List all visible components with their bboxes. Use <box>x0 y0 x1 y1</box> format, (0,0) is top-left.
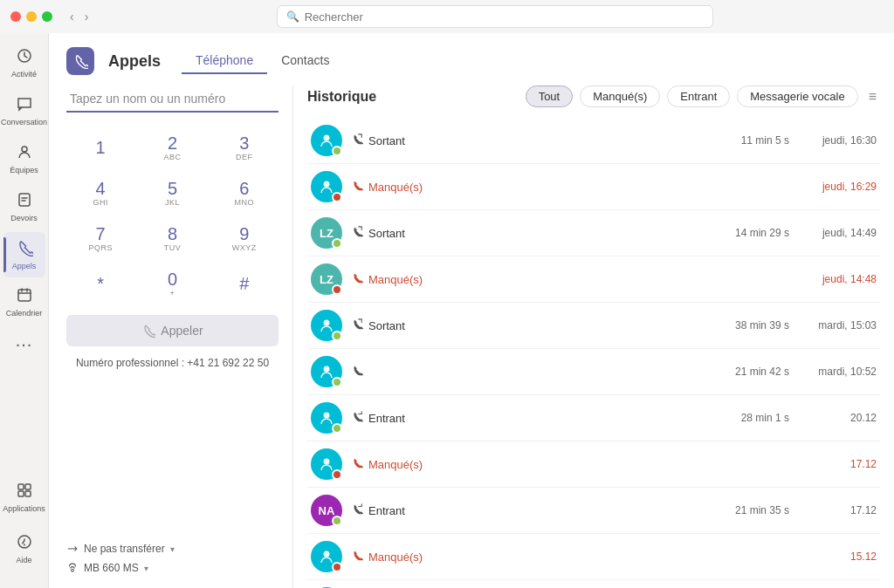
key-digit: 2 <box>168 133 177 153</box>
sidebar-applications-label: Applications <box>3 505 45 514</box>
svg-point-15 <box>324 459 330 465</box>
call-item[interactable]: LZManqué(s)jeudi, 14:48 <box>307 256 880 303</box>
status-indicator <box>332 192 342 202</box>
tab-contacts[interactable]: Contacts <box>267 48 343 74</box>
minimize-button[interactable] <box>26 11 37 22</box>
dialer-panel: 12ABC3DEF4GHI5JKL6MNO7PQRS8TUV9WXYZ*0+# … <box>49 85 293 588</box>
key-digit: 3 <box>239 133 249 153</box>
search-input[interactable] <box>305 10 704 24</box>
key-5[interactable]: 5JKL <box>138 172 206 214</box>
maximize-button[interactable] <box>42 11 52 22</box>
call-item[interactable]: Entrant28 min 1 s20.12 <box>307 395 880 441</box>
key-star[interactable]: * <box>66 263 134 304</box>
call-info <box>351 365 719 379</box>
call-time: mardi, 10:52 <box>798 366 877 378</box>
key-1[interactable]: 1 <box>66 126 134 168</box>
filter-tout[interactable]: Tout <box>526 85 574 107</box>
status-indicator <box>332 238 342 249</box>
key-hash[interactable]: # <box>210 263 279 304</box>
key-letters: WXYZ <box>232 243 257 252</box>
call-info: Manqué(s) <box>351 180 719 195</box>
key-7[interactable]: 7PQRS <box>66 217 134 259</box>
filter-messagerie[interactable]: Messagerie vocale <box>737 85 857 107</box>
call-item[interactable]: Manqué(s)15.12 <box>307 580 880 588</box>
filter-more-button[interactable]: ≡ <box>865 89 880 105</box>
call-label: Manqué(s) <box>368 458 423 471</box>
call-type-icon <box>351 457 363 472</box>
key-2[interactable]: 2ABC <box>138 126 206 168</box>
key-4[interactable]: 4GHI <box>66 172 134 214</box>
key-6[interactable]: 6MNO <box>210 172 279 214</box>
key-9[interactable]: 9WXYZ <box>210 217 279 259</box>
key-letters: GHI <box>93 198 108 207</box>
call-item[interactable]: NAEntrant21 min 35 s17.12 <box>307 488 880 534</box>
key-3[interactable]: 3DEF <box>210 126 279 168</box>
avatar <box>311 171 342 202</box>
history-header: Historique Tout Manqué(s) Entrant Messag… <box>307 85 880 107</box>
device-label: MB 660 MS <box>84 562 139 574</box>
call-label: Sortant <box>368 227 405 240</box>
sidebar-item-devoirs[interactable]: Devoirs <box>3 184 45 230</box>
call-item[interactable]: Manqué(s)15.12 <box>307 534 880 580</box>
key-digit: 4 <box>96 179 106 198</box>
call-item[interactable]: Sortant38 min 39 smardi, 15:03 <box>307 303 880 349</box>
sidebar-item-conversation[interactable]: Conversation <box>3 88 45 134</box>
call-info: Sortant <box>351 133 719 148</box>
key-digit: # <box>239 274 249 293</box>
call-time: 17.12 <box>798 458 877 470</box>
calls-icon <box>16 239 33 261</box>
key-letters: MNO <box>235 198 255 207</box>
transfer-arrow-icon: ▾ <box>170 544 175 554</box>
content-area: Appels Téléphone Contacts 12ABC3DEF4GHI5… <box>49 33 894 588</box>
transfer-option[interactable]: Ne pas transférer ▾ <box>66 543 279 555</box>
call-type-icon <box>351 272 363 287</box>
device-arrow-icon: ▾ <box>144 564 148 573</box>
sidebar-item-equipes[interactable]: Équipes <box>3 136 45 182</box>
call-item[interactable]: Sortant11 min 5 sjeudi, 16:30 <box>307 118 880 164</box>
tab-telephone[interactable]: Téléphone <box>182 48 267 74</box>
svg-point-9 <box>72 569 74 571</box>
call-item[interactable]: Manqué(s)jeudi, 16:29 <box>307 164 880 210</box>
filter-entrant[interactable]: Entrant <box>667 85 730 107</box>
call-item[interactable]: LZSortant14 min 29 sjeudi, 14:49 <box>307 210 880 256</box>
sidebar-conversation-label: Conversation <box>1 119 47 127</box>
key-0[interactable]: 0+ <box>138 263 206 304</box>
status-indicator <box>332 423 342 434</box>
key-letters: ABC <box>163 153 181 161</box>
history-panel: Historique Tout Manqué(s) Entrant Messag… <box>293 85 894 588</box>
key-8[interactable]: 8TUV <box>138 217 206 259</box>
avatar: LZ <box>311 263 342 295</box>
call-button[interactable]: Appeler <box>66 315 279 346</box>
svg-point-10 <box>324 135 330 141</box>
call-label: Sortant <box>368 134 405 147</box>
sidebar-calendrier-label: Calendrier <box>6 310 43 318</box>
sidebar-bottom: Applications Aide <box>3 475 45 581</box>
sidebar-item-aide[interactable]: Aide <box>3 526 45 572</box>
call-type-icon <box>351 411 363 426</box>
key-digit: 7 <box>96 224 106 243</box>
sidebar-item-more[interactable]: ··· <box>3 327 45 363</box>
sidebar-item-applications[interactable]: Applications <box>3 475 45 521</box>
sidebar: Activité Conversation Équipes Devoirs <box>0 33 49 588</box>
search-bar: 🔍 <box>277 5 713 28</box>
sidebar-devoirs-label: Devoirs <box>10 215 38 223</box>
call-item[interactable]: Manqué(s)17.12 <box>307 441 880 488</box>
close-button[interactable] <box>10 11 21 22</box>
call-label: Entrant <box>368 504 405 517</box>
status-indicator <box>332 331 342 341</box>
call-time: jeudi, 14:49 <box>798 227 877 239</box>
teams-icon <box>16 143 33 165</box>
sidebar-item-activite[interactable]: Activité <box>3 40 45 86</box>
call-duration: 21 min 35 s <box>728 504 789 516</box>
status-indicator <box>332 284 342 295</box>
sidebar-item-appels[interactable]: Appels <box>3 232 45 278</box>
forward-button[interactable]: › <box>81 8 93 25</box>
device-option[interactable]: MB 660 MS ▾ <box>66 562 279 574</box>
svg-rect-2 <box>19 194 30 206</box>
sidebar-item-calendrier[interactable]: Calendrier <box>3 279 45 325</box>
call-item[interactable]: 21 min 42 smardi, 10:52 <box>307 349 880 395</box>
dialer-input[interactable] <box>66 85 279 113</box>
dialer-footer: Ne pas transférer ▾ MB 660 MS ▾ <box>66 543 279 574</box>
back-button[interactable]: ‹ <box>66 8 78 25</box>
filter-manques[interactable]: Manqué(s) <box>580 85 660 107</box>
